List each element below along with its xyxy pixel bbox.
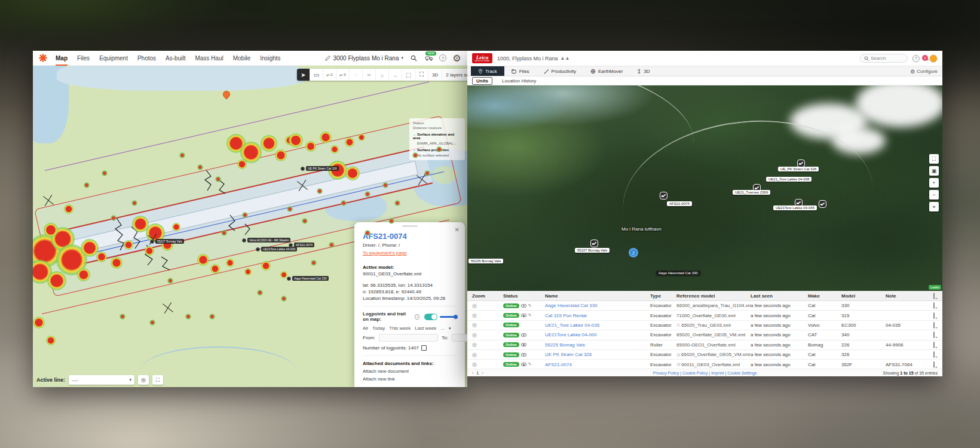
visibility-eye-icon[interactable] <box>521 353 526 357</box>
locate-button[interactable]: ◎ <box>138 375 149 385</box>
filter-lastweek[interactable]: Last week <box>415 326 436 331</box>
equipment-page-link[interactable]: To equipment's page <box>363 250 407 256</box>
help-icon[interactable]: ? <box>912 55 920 62</box>
zoom-to-unit-icon[interactable]: ◎ <box>472 361 503 367</box>
unit-map-label[interactable]: 55225 Bomag Vals <box>468 259 503 263</box>
unit-map-label[interactable]: Aage Haverstad Cat 330 <box>656 271 700 275</box>
zoom-to-unit-icon[interactable]: ◎ <box>472 312 503 318</box>
unit-map-label[interactable]: UE21Tore Løkke 04-045 <box>773 205 817 210</box>
polyline-2-tool-button[interactable]: ⌐2 <box>323 69 336 81</box>
slope-up-tool-button[interactable]: ⌅ <box>376 69 389 81</box>
layers-button[interactable]: ▣ <box>929 166 939 176</box>
configure-button[interactable]: ⚙ Configure <box>910 66 938 76</box>
tab-track[interactable]: Track <box>471 66 504 76</box>
app-logo-icon[interactable] <box>39 54 47 62</box>
machine-marker[interactable]: Volvo EC300 UE - MK Maskin <box>242 238 290 243</box>
filter-today[interactable]: Today <box>372 326 385 331</box>
measure-rect-tool-button[interactable]: ▭ <box>310 69 323 81</box>
surface-properties-title[interactable]: Surface properties <box>417 148 449 152</box>
fit-view-button[interactable]: ⛶ <box>415 69 428 81</box>
footer-link-cookie-policy[interactable]: Cookie Policy <box>682 371 708 375</box>
measure-button[interactable]: ⌖ <box>929 202 939 211</box>
footer-link-imprint[interactable]: Imprint <box>711 371 724 375</box>
subtab-location-history[interactable]: Location History <box>498 78 540 84</box>
machine-marker[interactable]: 55227 Bomag Vals <box>150 239 184 244</box>
chat-icon[interactable] <box>933 361 935 368</box>
left-tab-map[interactable]: Map <box>56 51 68 66</box>
left-tab-files[interactable]: Files <box>77 51 90 66</box>
layers-dropdown[interactable]: 2 layers selected ▾ <box>442 69 467 81</box>
chat-icon[interactable] <box>933 342 935 348</box>
chat-icon[interactable] <box>933 351 935 358</box>
visibility-eye-icon[interactable] <box>521 333 526 337</box>
left-tab-equipment[interactable]: Equipment <box>99 51 128 66</box>
unit-name-link[interactable]: 55225 Bomag Vals <box>545 342 650 348</box>
excavator-map-icon[interactable] <box>590 240 598 247</box>
machine-marker[interactable]: UE21Tore Løkke 04-000 <box>256 247 297 251</box>
expand-map-button[interactable]: ⛶ <box>929 154 939 164</box>
help-icon[interactable]: ? <box>439 54 446 62</box>
active-line-select[interactable]: ----▾ <box>69 375 134 385</box>
subtab-units[interactable]: Units <box>472 77 492 85</box>
table-row[interactable]: ◎Online✎Aage Haverstad Cat 330Excavator6… <box>467 301 942 311</box>
satellite-map-canvas[interactable]: Mo i Rana lufthavn 2 ⛶ ▣ + − ⌖ Leaflet U… <box>467 85 942 291</box>
search-input[interactable]: Search <box>860 54 908 63</box>
left-map-canvas[interactable]: ➤ ▭ ⌐2 ⌐3 ◌ ≖ ⌅ ⌄ ⬚ ⛶ 3D 2 layers select… <box>33 66 467 387</box>
pointer-tool-button[interactable]: ➤ <box>297 69 310 81</box>
chat-icon[interactable] <box>933 312 935 319</box>
attach-link-link[interactable]: Attach new link <box>363 376 457 382</box>
select-area-tool-button[interactable]: ⬚ <box>402 69 415 81</box>
fit-extent-button[interactable]: ⛶ <box>152 375 163 385</box>
zoom-to-unit-icon[interactable]: ◎ <box>472 342 503 348</box>
visibility-eye-icon[interactable] <box>521 304 526 308</box>
edit-icon[interactable]: ✎ <box>528 303 532 308</box>
search-icon[interactable] <box>409 54 418 63</box>
slope-down-tool-button[interactable]: ⌄ <box>389 69 402 81</box>
zoom-in-button[interactable]: + <box>929 178 939 188</box>
table-row[interactable]: ◎Online✎Cat 315 Pon RentalExcavator71000… <box>467 311 942 320</box>
chat-icon[interactable] <box>933 322 935 329</box>
machine-marker[interactable]: UE PK Strøm Cat 326 <box>301 166 339 171</box>
gear-icon[interactable]: ⚙ <box>452 54 461 63</box>
visibility-eye-icon[interactable] <box>521 314 526 317</box>
table-row[interactable]: ◎OnlineUE PK Strøm Cat 326Excavator◷6502… <box>467 350 942 360</box>
map-pin[interactable] <box>222 90 232 100</box>
from-date-input[interactable] <box>379 334 438 342</box>
unit-name-link[interactable]: UE PK Strøm Cat 326 <box>545 352 650 357</box>
visibility-eye-icon[interactable] <box>521 363 526 366</box>
unit-map-label[interactable]: 55227 Bomag Vals <box>575 248 610 253</box>
tab-files[interactable]: Files <box>504 66 537 76</box>
table-row[interactable]: ◎Online✎AFS21-0074Excavator◷90011_GE03_O… <box>467 360 942 369</box>
chat-icon[interactable] <box>933 302 935 309</box>
excavator-map-icon[interactable] <box>819 200 826 208</box>
tab-earthmover[interactable]: EarthMover <box>583 66 630 76</box>
polyline-3-tool-button[interactable]: ⌐3 <box>336 69 350 81</box>
filter-all[interactable]: All <box>363 326 368 331</box>
machine-marker[interactable]: Aage Haverstad Cat 330 <box>287 276 329 281</box>
table-row[interactable]: ◎Online55225 Bomag ValsRoller65000-GEO1_… <box>467 340 942 350</box>
visibility-tool-button[interactable]: ◌ <box>350 69 363 81</box>
surface-elevation-title[interactable]: Surface elevation and area <box>413 133 454 140</box>
zoom-to-unit-icon[interactable]: ◎ <box>472 352 503 358</box>
left-tab-mobile[interactable]: Mobile <box>233 51 250 66</box>
logpoints-toggle[interactable] <box>424 314 437 320</box>
unit-name-link[interactable]: UE21Tore Løkke 04-000 <box>545 332 650 337</box>
unit-map-label[interactable]: UE21_Tvernes 2369 <box>733 190 770 195</box>
pagination[interactable]: ‹ 1 › <box>472 371 483 375</box>
close-icon[interactable]: ✕ <box>455 226 460 233</box>
footer-link-privacy-policy[interactable]: Privacy Policy <box>653 371 679 375</box>
unit-map-label[interactable]: UE21_Tore Løkke 04-008 <box>766 177 811 182</box>
left-tab-insights[interactable]: Insights <box>260 51 280 66</box>
project-selector[interactable]: 3000 Flyplass Mo i Rana ▾ <box>325 55 403 62</box>
map-attribution[interactable]: Leaflet <box>929 285 941 290</box>
unit-name-link[interactable]: AFS21-0074 <box>545 362 650 367</box>
zoom-to-unit-icon[interactable]: ◎ <box>472 322 503 328</box>
left-tab-as-built[interactable]: As-built <box>166 51 185 66</box>
mode-3d-button[interactable]: 3D <box>428 69 442 81</box>
left-tab-photos[interactable]: Photos <box>137 51 156 66</box>
table-row[interactable]: ◎OnlineUE21Tore Løkke 04-000Excavator650… <box>467 330 942 340</box>
info-icon[interactable]: i <box>415 314 419 320</box>
tab-productivity[interactable]: Productivity <box>537 66 583 76</box>
edit-icon[interactable]: ✎ <box>528 313 532 318</box>
chat-icon[interactable] <box>933 332 935 338</box>
